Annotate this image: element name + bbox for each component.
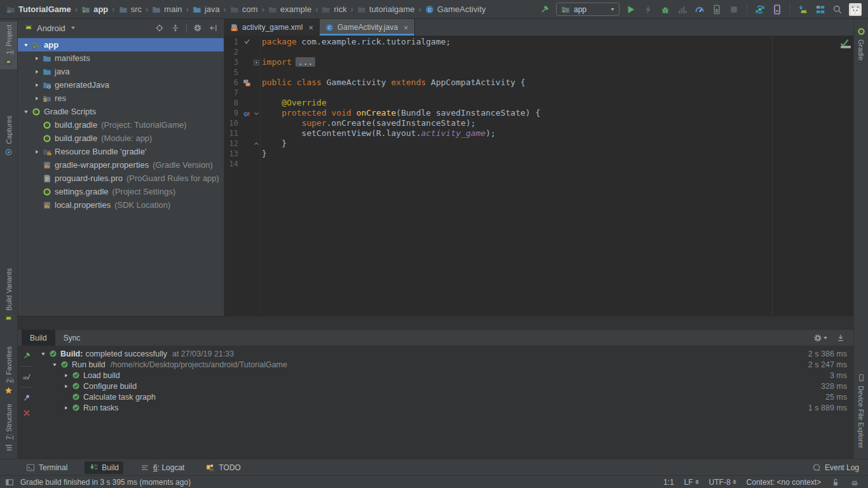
toolwindow-button-build[interactable]: 0110Build <box>85 461 123 474</box>
chevron-expanded-icon[interactable] <box>22 109 31 115</box>
breadcrumb-item[interactable]: com <box>229 4 259 15</box>
tree-item-build-gradle[interactable]: build.gradle(Module: app) <box>18 132 224 145</box>
breadcrumb-item[interactable]: src <box>118 4 143 15</box>
stripe-button-2-favorites[interactable]: 2: Favorites <box>0 343 17 398</box>
override-method-gutter-icon[interactable] <box>241 109 252 118</box>
tree-item-gradle-scripts[interactable]: Gradle Scripts <box>18 105 224 118</box>
line-separator-selector[interactable]: LF <box>684 478 699 487</box>
code-editor[interactable]: 1package com.example.rick.tutorialgame;2… <box>224 36 853 316</box>
cpu-gauge-button[interactable] <box>694 4 705 15</box>
chevron-expanded-icon[interactable] <box>22 42 31 48</box>
gutter-check-icon[interactable] <box>241 38 252 46</box>
stop-button[interactable] <box>728 4 740 15</box>
tree-item-gradle-wrapper-properties[interactable]: gradle-wrapper.properties(Gradle Version… <box>18 158 224 172</box>
breadcrumb-item[interactable]: example <box>267 4 313 15</box>
stripe-button-gradle[interactable]: Gradle <box>854 24 868 64</box>
settings-gear-button[interactable] <box>813 333 828 343</box>
breadcrumb-item[interactable]: rick <box>320 4 348 15</box>
toolwindow-button-terminal[interactable]: Terminal <box>22 461 72 474</box>
tree-item-proguard-rules-pro[interactable]: proguard-rules.pro(ProGuard Rules for ap… <box>18 172 224 185</box>
stripe-button-captures[interactable]: Captures <box>0 112 17 159</box>
tree-item-local-properties[interactable]: local.properties(SDK Location) <box>18 198 224 212</box>
avd-manager-button[interactable] <box>771 4 783 15</box>
chevron-collapsed-icon[interactable] <box>32 69 41 75</box>
pin-button[interactable] <box>22 393 32 403</box>
breadcrumb-item[interactable]: app <box>80 4 109 15</box>
chevron-expanded-icon[interactable] <box>51 362 58 368</box>
attach-debugger-button[interactable] <box>711 4 722 15</box>
close-tab-icon[interactable]: × <box>308 24 313 32</box>
sdk-manager-button[interactable] <box>797 4 809 15</box>
settings-gear-button[interactable] <box>193 23 203 33</box>
chevron-collapsed-icon[interactable] <box>62 372 70 379</box>
project-structure-button[interactable] <box>815 4 826 15</box>
apply-changes-button[interactable] <box>642 4 654 15</box>
build-tree-row[interactable]: Calculate task graph25 ms <box>38 391 853 402</box>
stripe-button-1-project[interactable]: 1: Project <box>0 22 17 69</box>
build-hammer-button[interactable] <box>539 4 550 15</box>
tree-item-resource-bundle-gradle-[interactable]: Resource Bundle 'gradle' <box>18 145 224 158</box>
breadcrumb-item[interactable]: main <box>151 4 183 15</box>
stripe-button-device-file-explorer[interactable]: Device File Explorer <box>854 370 868 451</box>
tree-item-build-gradle[interactable]: build.gradle(Project: TutorialGame) <box>18 118 224 132</box>
tree-item-app[interactable]: app <box>18 38 224 51</box>
collapse-all-button[interactable] <box>170 23 180 33</box>
profiler-button[interactable] <box>677 4 688 15</box>
stripe-button-7-structure[interactable]: 7: Structure <box>0 400 17 455</box>
breadcrumb-item[interactable]: java <box>191 4 221 15</box>
toolwindow-button-6-logcat[interactable]: 6: Logcat <box>136 461 189 474</box>
breadcrumb-item[interactable]: TutorialGame <box>5 4 72 15</box>
toolwindow-button-todo[interactable]: TODO <box>201 461 245 474</box>
fold-plus-icon[interactable] <box>252 58 260 67</box>
chevron-collapsed-icon[interactable] <box>62 405 70 411</box>
breadcrumb-item[interactable]: CGameActivity <box>424 4 487 15</box>
context-selector[interactable]: Context: <no context> <box>747 478 821 487</box>
debug-button[interactable] <box>660 4 671 15</box>
run-configuration-combo[interactable]: app <box>556 3 620 16</box>
filter-button[interactable]: ab <box>22 372 32 382</box>
build-tree-row[interactable]: Run tasks1 s 889 ms <box>38 402 853 413</box>
search-button[interactable] <box>832 4 843 15</box>
close-tab-icon[interactable]: × <box>403 24 409 32</box>
hide-panel-button[interactable] <box>208 23 219 33</box>
chevron-collapsed-icon[interactable] <box>32 149 41 155</box>
build-tree-row[interactable]: Load build3 ms <box>38 370 853 381</box>
project-view-selector[interactable]: Android <box>24 24 75 33</box>
fold-open-icon[interactable] <box>252 109 260 118</box>
lock-icon[interactable] <box>831 478 840 487</box>
tree-item-manifests[interactable]: manifests <box>18 51 224 65</box>
run-play-button[interactable] <box>625 4 637 15</box>
encoding-selector[interactable]: UTF-8 <box>709 478 736 487</box>
build-tree-row[interactable]: Configure build328 ms <box>38 381 853 391</box>
editor-scrollbar-thumb[interactable] <box>841 46 851 48</box>
chevron-collapsed-icon[interactable] <box>62 383 70 390</box>
event-log-button[interactable]: Event Log <box>812 463 859 472</box>
build-panel-tab-build[interactable]: Build <box>22 330 55 346</box>
editor-tab-activity-game-xml[interactable]: <>activity_game.xml× <box>224 19 320 36</box>
tree-item-settings-gradle[interactable]: settings.gradle(Project Settings) <box>18 185 224 198</box>
chevron-collapsed-icon[interactable] <box>32 55 41 62</box>
emulator-icon[interactable] <box>850 478 859 487</box>
breadcrumb-item[interactable]: tutorialgame <box>356 4 416 15</box>
close-x-button[interactable] <box>22 408 32 418</box>
stripe-button-build-variants[interactable]: Build Variants <box>0 265 17 326</box>
fold-close-icon[interactable] <box>252 140 260 148</box>
layout-file-gutter-icon[interactable]: <> <box>241 79 252 87</box>
user-avatar[interactable] <box>849 3 862 16</box>
build-panel-tab-sync[interactable]: Sync <box>55 330 89 346</box>
scroll-end-button[interactable] <box>836 333 846 343</box>
chevron-expanded-icon[interactable] <box>39 351 47 357</box>
build-tree-row[interactable]: Run build/home/rick/Desktop/projects/and… <box>38 359 853 370</box>
chevron-collapsed-icon[interactable] <box>32 82 41 88</box>
tree-item-java[interactable]: java <box>18 65 224 78</box>
hammer-button[interactable] <box>22 351 32 361</box>
tree-item-generatedjava[interactable]: generatedJava <box>18 78 224 92</box>
editor-tab-gameactivity-java[interactable]: CGameActivity.java× <box>320 19 415 36</box>
toolwindow-toggle-icon[interactable] <box>5 478 14 487</box>
sync-gradle-button[interactable] <box>754 4 766 15</box>
build-tree-row[interactable]: Build:completed successfullyat 27/03/19 … <box>38 348 853 359</box>
tree-item-res[interactable]: res <box>18 92 224 105</box>
chevron-collapsed-icon[interactable] <box>32 95 41 102</box>
locate-button[interactable] <box>154 23 165 33</box>
caret-position[interactable]: 1:1 <box>663 478 674 487</box>
